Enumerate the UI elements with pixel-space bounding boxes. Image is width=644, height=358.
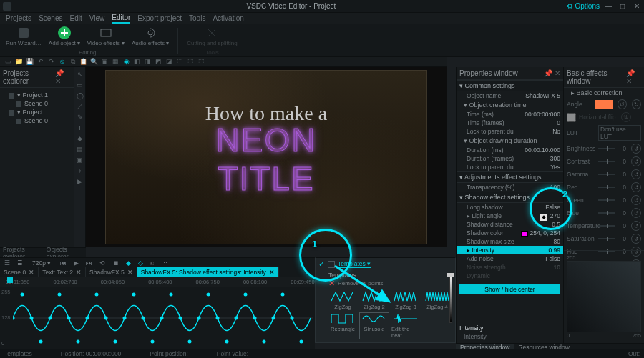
- slider-7[interactable]: [598, 238, 615, 239]
- slider-reset-6[interactable]: ↺: [631, 221, 641, 231]
- section-adjust[interactable]: ▾ Adjustments effect settings: [457, 171, 563, 183]
- qat-safe-icon[interactable]: ◉: [122, 58, 130, 66]
- ellipse-tool-icon[interactable]: ◯: [76, 91, 84, 100]
- timeline-list-icon[interactable]: ≣: [16, 259, 24, 267]
- playhead[interactable]: [7, 277, 13, 283]
- time-ms-value[interactable]: 00:00:00:000: [525, 111, 560, 118]
- keyframe-add-button[interactable]: [540, 213, 550, 222]
- rect-tool-icon[interactable]: ▭: [76, 81, 84, 89]
- track-tab-text[interactable]: Text: Text 2✕: [39, 267, 86, 277]
- slider-reset-5[interactable]: ↺: [631, 208, 641, 218]
- next-frame-button[interactable]: ⏭: [84, 259, 94, 267]
- track-tab-intensity[interactable]: ShadowFX 5: Shadow effect settings: Inte…: [137, 267, 279, 277]
- stop-button[interactable]: ⏹: [111, 259, 120, 267]
- track-tab-scene[interactable]: Scene 0✕: [0, 267, 39, 277]
- minimize-button[interactable]: —: [604, 2, 613, 10]
- slider-reset-1[interactable]: ↺: [631, 156, 641, 166]
- timeline-ruler[interactable]: 00:01:350 00:02:700 00:04:050 00:05:400 …: [0, 277, 315, 287]
- rotate-right-icon[interactable]: ↻: [632, 99, 641, 109]
- shape-tool-icon[interactable]: ◆: [76, 134, 84, 143]
- lock1-value[interactable]: No: [552, 128, 560, 135]
- dur-frames-value[interactable]: 300: [550, 155, 560, 162]
- slider-reset-7[interactable]: ↺: [631, 234, 641, 244]
- intensity-value[interactable]: 0.99: [548, 247, 560, 254]
- object-name-value[interactable]: ShadowFX 5: [525, 92, 560, 99]
- slider-4[interactable]: [598, 199, 615, 201]
- add-noise-value[interactable]: False: [545, 255, 560, 262]
- menu-view[interactable]: View: [89, 14, 105, 22]
- more-tool-icon[interactable]: ⋯: [76, 188, 84, 197]
- loop-button[interactable]: ⟲: [98, 259, 107, 267]
- panel-pin-icon[interactable]: 📌 ✕: [55, 69, 71, 85]
- slider-1[interactable]: [598, 161, 615, 162]
- menu-tools[interactable]: Tools: [189, 14, 205, 22]
- template-rectangle[interactable]: Rectangle: [328, 313, 357, 339]
- qat-open-icon[interactable]: 📁: [15, 58, 23, 66]
- qat-more6[interactable]: ⬚: [187, 58, 195, 66]
- properties-pin-icon[interactable]: 📌 ✕: [544, 69, 560, 77]
- section-common[interactable]: ▾ Common settings: [457, 80, 563, 91]
- menu-scenes[interactable]: Scenes: [39, 14, 62, 22]
- tree-node-scene0a[interactable]: Scene 0: [3, 99, 71, 108]
- menu-editor[interactable]: Editor: [112, 14, 130, 24]
- templates-dropdown[interactable]: Templates ▾: [338, 260, 371, 268]
- split-button[interactable]: ⎌: [149, 259, 155, 267]
- time-frames-value[interactable]: 0: [557, 119, 560, 126]
- prev-frame-button[interactable]: ⏮: [59, 259, 68, 267]
- qat-more7[interactable]: ⬚: [197, 58, 205, 66]
- text-tool-icon[interactable]: T: [76, 124, 84, 132]
- vflip-icon[interactable]: ⇅: [621, 112, 631, 122]
- add-object-button[interactable]: Add object ▾: [49, 26, 80, 46]
- parameter-graph[interactable]: 255 128 0: [0, 287, 315, 349]
- tree-node-project[interactable]: ▾ Project: [3, 108, 71, 116]
- pointer-tool-icon[interactable]: ↖: [76, 70, 84, 79]
- track-tab-shadowfx[interactable]: ShadowFX 5✕: [86, 267, 137, 277]
- light-angle-value[interactable]: 270: [550, 212, 560, 219]
- section-drawing[interactable]: ▾ Object drawing duration: [457, 136, 563, 146]
- transparency-value[interactable]: 100: [550, 184, 560, 191]
- qat-paste-icon[interactable]: 📋: [79, 58, 87, 66]
- sinusoid-curve[interactable]: [13, 289, 313, 347]
- qat-redo-icon[interactable]: ↷: [47, 58, 55, 66]
- chart-tool-icon[interactable]: ▤: [76, 145, 84, 154]
- shadow-max-value[interactable]: 80: [554, 238, 560, 245]
- resolution-select[interactable]: 720p ▾: [29, 259, 54, 267]
- close-button[interactable]: ✕: [633, 2, 641, 10]
- audio-tool-icon[interactable]: ♪: [76, 166, 84, 175]
- video-tool-icon[interactable]: ▶: [76, 177, 84, 186]
- template-sinusoid[interactable]: Sinusoid: [360, 313, 389, 339]
- intensity-property-row[interactable]: ▸ Intensity0.99: [457, 246, 563, 254]
- tree-node-scene0b[interactable]: Scene 0: [3, 116, 71, 125]
- long-shadow-value[interactable]: False: [545, 204, 560, 211]
- slider-reset-0[interactable]: ↺: [631, 144, 641, 154]
- slider-0[interactable]: [598, 148, 615, 149]
- lut-select[interactable]: Don't use LUT: [598, 125, 641, 141]
- project-tree[interactable]: ▾ Project 1 Scene 0 ▾ Project Scene 0: [0, 88, 74, 128]
- qat-cut-icon[interactable]: ⎋: [58, 58, 66, 66]
- section-shadow[interactable]: ▾ Shadow effect settings: [457, 192, 563, 203]
- video-effects-button[interactable]: Video effects ▾: [87, 26, 125, 46]
- qat-more1[interactable]: ◧: [133, 58, 141, 66]
- qat-grid-icon[interactable]: ▦: [112, 58, 119, 66]
- basic-pin-icon[interactable]: 📌 ✕: [626, 69, 641, 85]
- qat-fit-icon[interactable]: ▣: [101, 58, 109, 66]
- templates-checkbox-icon[interactable]: ✓: [318, 259, 325, 269]
- intensity-vertical-slider[interactable]: [446, 273, 456, 323]
- qat-more3[interactable]: ◩: [155, 58, 162, 66]
- slider-3[interactable]: [598, 187, 615, 188]
- templates-icon[interactable]: [328, 261, 335, 268]
- more-tl-button[interactable]: ⋯: [160, 259, 169, 267]
- show-hide-center-button[interactable]: Show / hide center: [459, 284, 560, 294]
- timeline-menu-icon[interactable]: ☰: [3, 259, 11, 267]
- section-creation[interactable]: ▾ Object creation time: [457, 100, 563, 110]
- image-tool-icon[interactable]: ▣: [76, 156, 84, 164]
- play-button[interactable]: ▶: [72, 259, 80, 267]
- line-tool-icon[interactable]: ／: [76, 102, 84, 111]
- slider-6[interactable]: [598, 225, 615, 227]
- curves-graph[interactable]: [567, 261, 641, 332]
- qat-undo-icon[interactable]: ↶: [36, 58, 44, 66]
- angle-field[interactable]: [595, 100, 613, 109]
- menu-edit[interactable]: Edit: [69, 14, 82, 22]
- slider-reset-4[interactable]: ↺: [631, 195, 641, 205]
- menu-activation[interactable]: Activation: [213, 14, 243, 22]
